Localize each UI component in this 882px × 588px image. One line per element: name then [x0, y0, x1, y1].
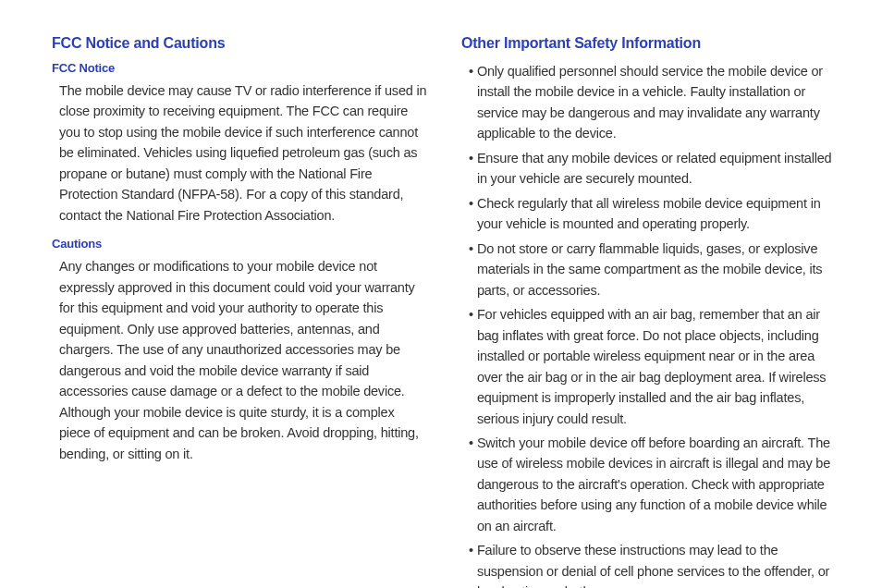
list-item-text: Switch your mobile device off before boa…: [477, 433, 838, 536]
fcc-notice-subheading: FCC Notice: [52, 61, 428, 75]
bullet-icon: •: [469, 304, 473, 429]
bullet-icon: •: [469, 540, 473, 588]
list-item-text: Ensure that any mobile devices or relate…: [477, 148, 838, 190]
list-item: •Check regularly that all wireless mobil…: [469, 193, 838, 235]
list-item: •For vehicles equipped with an air bag, …: [469, 304, 838, 429]
bullet-icon: •: [469, 433, 473, 536]
bullet-icon: •: [469, 61, 473, 144]
left-column: FCC Notice and Cautions FCC Notice The m…: [52, 35, 428, 588]
list-item-text: Check regularly that all wireless mobile…: [477, 193, 838, 235]
list-item: •Only qualified personnel should service…: [469, 61, 838, 144]
list-item: •Switch your mobile device off before bo…: [469, 433, 838, 536]
bullet-icon: •: [469, 193, 473, 235]
list-item: •Failure to observe these instructions m…: [469, 540, 838, 588]
bullet-icon: •: [469, 239, 473, 300]
bullet-icon: •: [469, 148, 473, 190]
content-area: FCC Notice and Cautions FCC Notice The m…: [52, 35, 838, 588]
fcc-notice-cautions-heading: FCC Notice and Cautions: [52, 35, 428, 52]
list-item: •Ensure that any mobile devices or relat…: [469, 148, 838, 190]
list-item-text: Do not store or carry flammable liquids,…: [477, 239, 838, 300]
list-item-text: Only qualified personnel should service …: [477, 61, 838, 144]
cautions-body: Any changes or modifications to your mob…: [52, 256, 428, 464]
cautions-subheading: Cautions: [52, 237, 428, 251]
list-item-text: For vehicles equipped with an air bag, r…: [477, 304, 838, 429]
list-item: •Do not store or carry flammable liquids…: [469, 239, 838, 300]
right-column: Other Important Safety Information •Only…: [461, 35, 838, 588]
fcc-notice-body: The mobile device may cause TV or radio …: [52, 80, 428, 226]
list-item-text: Failure to observe these instructions ma…: [477, 540, 838, 588]
safety-bullet-list: •Only qualified personnel should service…: [461, 61, 838, 588]
other-safety-heading: Other Important Safety Information: [461, 35, 838, 52]
